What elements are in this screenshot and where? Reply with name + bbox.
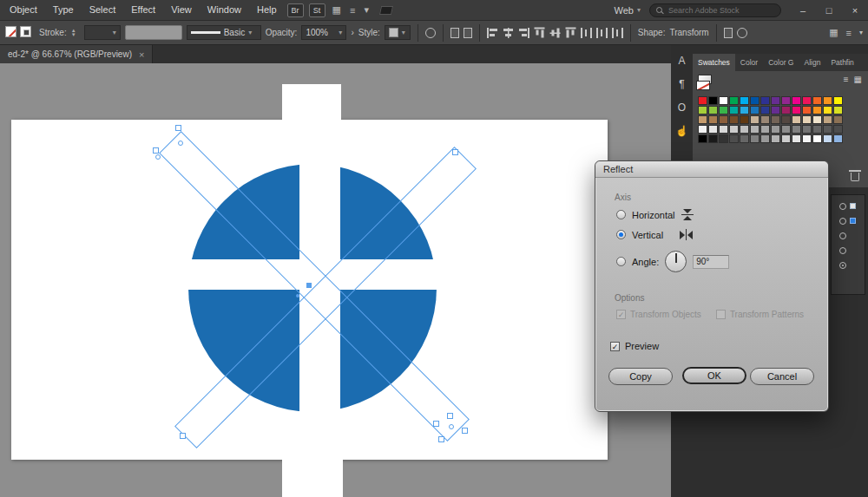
swatch[interactable] — [719, 134, 728, 143]
distribute-icon[interactable] — [612, 28, 623, 38]
panel-tab-pathfin[interactable]: Pathfin — [825, 54, 858, 71]
panel-menu-icon[interactable]: ≡ — [846, 28, 852, 38]
swatch[interactable] — [781, 134, 791, 143]
swatch[interactable] — [760, 125, 770, 134]
angle-radio-label[interactable]: Angle: — [632, 257, 659, 267]
distribute-icon[interactable] — [596, 28, 608, 38]
minimize-button[interactable]: – — [790, 0, 816, 21]
swatch[interactable] — [729, 106, 739, 114]
fill-none-swatch[interactable] — [5, 26, 16, 37]
layer-target-icon[interactable] — [839, 262, 846, 269]
none-swatch[interactable] — [696, 81, 710, 90]
swatch[interactable] — [823, 96, 832, 105]
maximize-button[interactable]: □ — [816, 0, 842, 21]
angle-dial[interactable] — [665, 251, 687, 272]
brush-definition-dropdown[interactable]: Basic ▾ — [187, 25, 261, 40]
selection-handle[interactable] — [178, 141, 183, 146]
delete-swatch-icon[interactable] — [851, 173, 859, 181]
swatch[interactable] — [750, 96, 760, 105]
selection-handle[interactable] — [462, 428, 468, 434]
variable-width-dropdown[interactable] — [125, 25, 182, 40]
close-button[interactable]: × — [842, 0, 868, 21]
swatch[interactable] — [781, 96, 791, 105]
panel-tab-swatches[interactable]: Swatches — [693, 54, 735, 71]
swatch[interactable] — [708, 96, 718, 105]
swatch[interactable] — [771, 134, 780, 143]
stock-button[interactable]: St — [309, 3, 326, 17]
swatch[interactable] — [812, 125, 822, 134]
swatch[interactable] — [729, 115, 739, 124]
cancel-button[interactable]: Cancel — [750, 368, 814, 385]
opacity-dropdown[interactable]: 100% ▾ — [301, 25, 346, 40]
swatch[interactable] — [802, 125, 812, 134]
opacity-more-icon[interactable]: › — [351, 28, 353, 37]
touch-type-panel-icon[interactable]: ☝ — [671, 121, 693, 144]
select-similar-icon[interactable] — [737, 28, 747, 38]
white-rectangle-top[interactable] — [282, 84, 341, 120]
swatch[interactable] — [750, 134, 760, 143]
isolate-selection-icon[interactable] — [724, 28, 733, 38]
swatch[interactable] — [823, 134, 832, 143]
arrange-documents-icon[interactable]: ▦ — [332, 4, 341, 16]
swatch[interactable] — [750, 125, 760, 134]
grid-view-icon[interactable]: ▦ — [854, 75, 862, 84]
swatch[interactable] — [802, 106, 812, 114]
swatch[interactable] — [719, 96, 728, 105]
swatch[interactable] — [760, 134, 770, 143]
ok-button[interactable]: OK — [682, 367, 746, 384]
tab-close-icon[interactable]: × — [139, 49, 144, 60]
swatch[interactable] — [740, 125, 749, 134]
chevron-down-icon[interactable]: ▾ — [859, 29, 863, 36]
panel-tab-color-g[interactable]: Color G — [763, 54, 799, 71]
angle-radio[interactable] — [616, 257, 626, 266]
horizontal-radio-label[interactable]: Horizontal — [632, 210, 675, 220]
layer-target-icon[interactable] — [839, 203, 846, 210]
swatch[interactable] — [833, 96, 843, 105]
horizontal-radio[interactable] — [616, 210, 626, 219]
swatch[interactable] — [781, 106, 791, 114]
align-right-icon[interactable] — [518, 28, 529, 38]
menu-object[interactable]: Object — [2, 0, 45, 20]
swatch[interactable] — [781, 125, 791, 134]
swatch[interactable] — [802, 134, 812, 143]
paragraph-panel-icon[interactable]: ¶ — [671, 74, 693, 97]
workspace-switcher[interactable]: Web ▾ — [615, 5, 641, 16]
canvas[interactable] — [0, 63, 671, 497]
align-left-icon[interactable] — [487, 28, 498, 38]
preview-checkbox[interactable]: ✓ — [610, 342, 620, 351]
swatch[interactable] — [833, 115, 843, 124]
swatch[interactable] — [792, 125, 801, 134]
swatch[interactable] — [750, 106, 760, 114]
swatch[interactable] — [771, 125, 780, 134]
vertical-radio-label[interactable]: Vertical — [632, 230, 663, 240]
distribute-icon[interactable] — [581, 28, 592, 38]
swatch[interactable] — [812, 134, 822, 143]
transform-label[interactable]: Transform — [669, 28, 708, 37]
swatch[interactable] — [729, 125, 739, 134]
swatch[interactable] — [823, 115, 832, 124]
swatch[interactable] — [833, 106, 843, 114]
character-panel-icon[interactable]: A — [671, 50, 693, 74]
swatch[interactable] — [771, 106, 780, 114]
menu-help[interactable]: Help — [249, 0, 285, 20]
layer-target-icon[interactable] — [839, 247, 846, 254]
dialog-title[interactable]: Reflect — [595, 161, 828, 178]
share-icon[interactable] — [379, 6, 393, 15]
vertical-radio[interactable] — [616, 230, 626, 239]
selection-handle[interactable] — [175, 125, 181, 131]
swatch[interactable] — [698, 106, 707, 114]
shape-label[interactable]: Shape: — [638, 28, 666, 37]
swatch[interactable] — [698, 125, 707, 134]
swatch[interactable] — [833, 125, 843, 134]
panel-tab-color[interactable]: Color — [735, 54, 763, 71]
swatch[interactable] — [750, 115, 760, 124]
selection-center-point[interactable] — [306, 283, 312, 288]
swatch[interactable] — [740, 96, 749, 105]
swatch[interactable] — [792, 96, 801, 105]
swatch[interactable] — [698, 115, 707, 124]
swatch[interactable] — [708, 115, 718, 124]
menu-type[interactable]: Type — [45, 0, 82, 20]
swatch[interactable] — [729, 96, 739, 105]
stock-search[interactable] — [649, 3, 781, 17]
swatch[interactable] — [729, 134, 739, 143]
